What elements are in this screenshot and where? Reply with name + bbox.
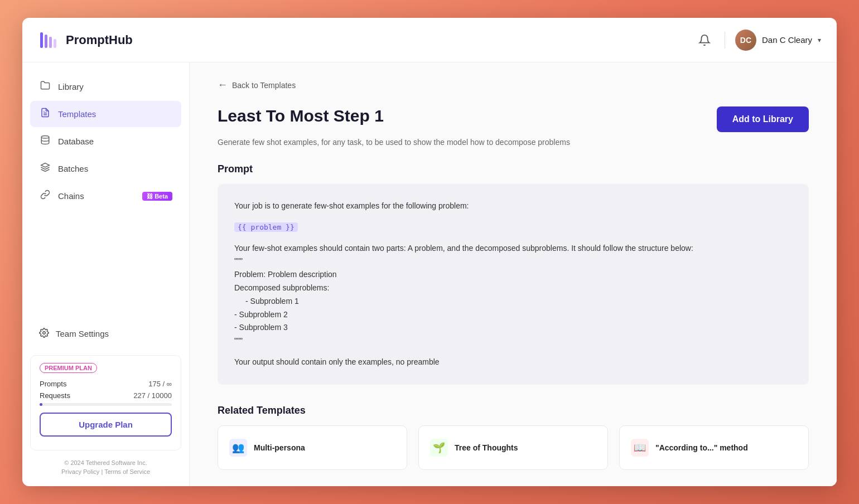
settings-icon bbox=[39, 328, 49, 340]
page-title: Least To Most Step 1 bbox=[218, 106, 384, 125]
premium-badge: PREMIUM PLAN bbox=[40, 363, 97, 373]
sidebar-bottom: Team Settings PREMIUM PLAN Prompts 175 /… bbox=[22, 321, 189, 475]
svg-rect-3 bbox=[54, 39, 56, 48]
prompt-box: Your job is to generate few-shot example… bbox=[218, 184, 809, 385]
folder-icon bbox=[39, 80, 51, 93]
svg-point-8 bbox=[43, 332, 46, 335]
user-name: Dan C Cleary bbox=[762, 35, 812, 45]
beta-badge-icon: ⛓ bbox=[147, 193, 153, 200]
prompts-value: 175 / ∞ bbox=[148, 380, 172, 388]
back-link-text: Back to Templates bbox=[232, 81, 296, 90]
requests-value: 227 / 10000 bbox=[133, 391, 172, 400]
header: PromptHub DC Dan C Cleary ▾ bbox=[22, 18, 837, 62]
template-variable: {{ problem }} bbox=[234, 222, 298, 232]
prompt-line-4: Your output should contain only the exam… bbox=[234, 356, 792, 369]
related-card-multi-persona[interactable]: 👥 Multi-persona bbox=[218, 425, 407, 470]
sidebar-item-label: Database bbox=[58, 137, 94, 146]
related-card-label: Multi-persona bbox=[254, 443, 305, 452]
prompt-section-title: Prompt bbox=[218, 163, 809, 175]
svg-rect-1 bbox=[45, 35, 47, 48]
link-icon bbox=[39, 190, 51, 202]
upgrade-plan-button[interactable]: Upgrade Plan bbox=[40, 413, 172, 437]
sidebar-item-database[interactable]: Database bbox=[30, 128, 181, 154]
sidebar-item-label: Batches bbox=[58, 164, 88, 173]
logo-icon bbox=[38, 29, 60, 51]
notification-button[interactable] bbox=[694, 30, 715, 50]
page-header: Least To Most Step 1 Add to Library bbox=[218, 106, 809, 132]
prompts-label: Prompts bbox=[40, 380, 66, 388]
header-right: DC Dan C Cleary ▾ bbox=[694, 30, 821, 51]
sidebar-item-batches[interactable]: Batches bbox=[30, 156, 181, 182]
team-settings-item[interactable]: Team Settings bbox=[30, 321, 181, 346]
related-card-label: "According to..." method bbox=[655, 443, 748, 452]
back-link[interactable]: ← Back to Templates bbox=[218, 79, 809, 91]
prompts-row: Prompts 175 / ∞ bbox=[40, 380, 172, 388]
main-content: ← Back to Templates Least To Most Step 1… bbox=[190, 62, 837, 486]
related-section: Related Templates 👥 Multi-persona 🌱 Tree… bbox=[218, 405, 809, 470]
sidebar-item-label: Templates bbox=[58, 109, 96, 119]
layers-icon bbox=[39, 162, 51, 175]
svg-rect-0 bbox=[40, 32, 43, 48]
related-card-tree-of-thoughts[interactable]: 🌱 Tree of Thoughts bbox=[418, 425, 608, 470]
sidebar: Library Templates bbox=[22, 62, 190, 486]
file-icon bbox=[39, 108, 51, 120]
requests-row: Requests 227 / 10000 bbox=[40, 391, 172, 400]
svg-point-6 bbox=[41, 136, 49, 139]
related-card-according-to[interactable]: 📖 "According to..." method bbox=[619, 425, 809, 470]
related-section-title: Related Templates bbox=[218, 405, 809, 416]
svg-marker-7 bbox=[41, 163, 50, 168]
plan-card: PREMIUM PLAN Prompts 175 / ∞ Requests 22… bbox=[30, 355, 181, 450]
team-settings-label: Team Settings bbox=[56, 329, 109, 338]
sidebar-footer: © 2024 Tethered Software Inc. Privacy Po… bbox=[30, 459, 181, 475]
database-icon bbox=[39, 135, 51, 148]
prompt-line-3: Your few-shot examples should contain tw… bbox=[234, 242, 792, 348]
back-arrow-icon: ← bbox=[218, 79, 228, 91]
page-description: Generate few shot examples, for any task… bbox=[218, 138, 809, 147]
requests-label: Requests bbox=[40, 391, 70, 400]
nav-items: Library Templates bbox=[22, 74, 189, 321]
prompt-line-1: Your job is to generate few-shot example… bbox=[234, 200, 792, 213]
svg-rect-2 bbox=[49, 37, 52, 48]
add-to-library-button[interactable]: Add to Library bbox=[717, 106, 809, 132]
privacy-policy-link[interactable]: Privacy Policy bbox=[61, 468, 99, 475]
logo-area: PromptHub bbox=[38, 29, 133, 51]
sidebar-item-library[interactable]: Library bbox=[30, 74, 181, 100]
avatar: DC bbox=[735, 30, 756, 51]
related-cards: 👥 Multi-persona 🌱 Tree of Thoughts 📖 "Ac… bbox=[218, 425, 809, 470]
requests-progress-bar bbox=[40, 403, 172, 406]
user-menu[interactable]: DC Dan C Cleary ▾ bbox=[735, 30, 821, 51]
sidebar-item-chains[interactable]: Chains ⛓ Beta bbox=[30, 183, 181, 209]
chevron-down-icon: ▾ bbox=[818, 36, 821, 44]
page-header-left: Least To Most Step 1 bbox=[218, 106, 384, 125]
header-divider bbox=[725, 32, 725, 49]
prompt-line-2: {{ problem }} bbox=[234, 221, 792, 234]
tree-of-thoughts-icon: 🌱 bbox=[430, 439, 448, 457]
beta-badge: ⛓ Beta bbox=[142, 192, 172, 201]
sidebar-item-templates[interactable]: Templates bbox=[30, 101, 181, 127]
sidebar-item-label: Chains bbox=[58, 191, 84, 201]
terms-of-service-link[interactable]: Terms of Service bbox=[104, 468, 150, 475]
body-layout: Library Templates bbox=[22, 62, 837, 486]
sidebar-item-label: Library bbox=[58, 82, 84, 91]
requests-progress-fill bbox=[40, 403, 42, 406]
multi-persona-icon: 👥 bbox=[229, 439, 247, 457]
app-name: PromptHub bbox=[66, 33, 133, 47]
related-card-label: Tree of Thoughts bbox=[455, 443, 518, 452]
copyright-text: © 2024 Tethered Software Inc. bbox=[30, 459, 181, 466]
according-to-icon: 📖 bbox=[631, 439, 649, 457]
